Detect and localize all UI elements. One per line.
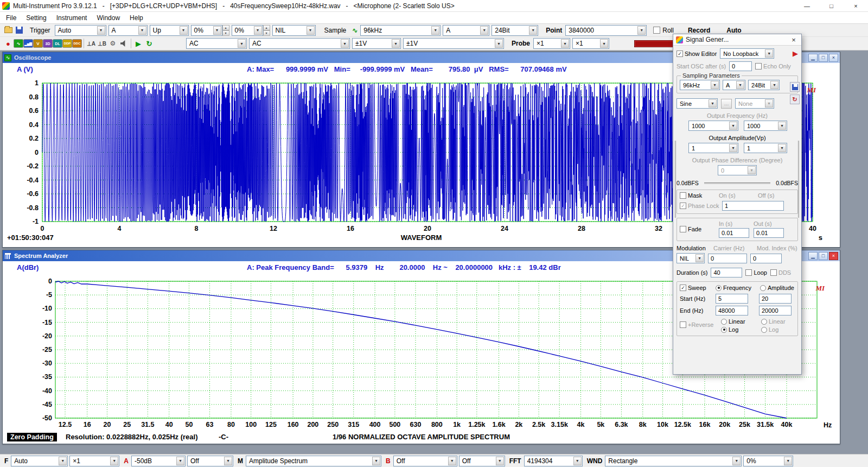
b-extra-select[interactable]: Off▾ <box>459 456 505 466</box>
loopback-select[interactable]: No Loopback▾ <box>720 48 774 59</box>
dbfs-slider[interactable] <box>704 182 770 184</box>
menu-file[interactable]: File <box>1 13 21 23</box>
multimeter-icon[interactable]: V <box>33 39 43 48</box>
frequency-slider-right[interactable] <box>798 141 800 218</box>
show-editor-checkbox[interactable]: ✓Show Editor <box>676 51 717 57</box>
mod-index-input[interactable]: 0 <box>750 254 782 263</box>
sweep-start-b-input[interactable]: 20 <box>759 294 792 304</box>
gen-sample-rate-select[interactable]: 96kHz▾ <box>680 80 720 90</box>
loop-checkbox[interactable]: Loop <box>745 269 767 276</box>
modulation-type-select[interactable]: NIL▾ <box>676 253 705 263</box>
sweep-linear-radio[interactable]: Linear <box>721 318 761 325</box>
fade-checkbox[interactable]: Fade <box>680 226 714 232</box>
speaker-icon[interactable] <box>118 39 129 49</box>
sample-bits-select[interactable]: 24Bit▾ <box>492 25 538 36</box>
loopback-icon[interactable]: ↻ <box>144 39 155 49</box>
mask-checkbox[interactable]: Mask <box>680 192 719 199</box>
panel-restore-icon[interactable]: □ <box>819 252 828 260</box>
dds-checkbox[interactable]: DDS <box>770 269 791 276</box>
sweep-log-radio[interactable]: Log <box>721 326 761 333</box>
menu-window[interactable]: Window <box>92 13 125 23</box>
menu-instrument[interactable]: Instrument <box>52 13 92 23</box>
panel-restore-icon[interactable]: □ <box>819 54 828 62</box>
run-generator-button[interactable]: ▶ <box>793 49 798 58</box>
reverse-checkbox[interactable]: +Reverse <box>680 321 721 328</box>
spin-up-icon[interactable]: ▴ <box>222 25 229 30</box>
spin-down-icon[interactable]: ▾ <box>263 30 270 36</box>
measurement-mode-select[interactable]: Amplitude Spectrum▾ <box>246 456 381 466</box>
phase-difference-select[interactable]: 0▾ <box>718 165 757 175</box>
point-count-select[interactable]: 3840000▾ <box>565 25 647 36</box>
trigger-delay-select[interactable]: 0%▾ <box>232 25 263 36</box>
sample-rate-select[interactable]: 96kHz▾ <box>360 25 441 36</box>
close-icon[interactable]: × <box>844 0 868 11</box>
run-icon[interactable]: ▶ <box>133 39 144 49</box>
fade-in-input[interactable]: 0.01 <box>719 228 749 238</box>
mask-waveform-select[interactable]: None▾ <box>735 98 774 109</box>
save-signal-icon[interactable] <box>790 82 800 92</box>
amplitude-linear-radio[interactable]: Linear <box>761 318 786 325</box>
trigger-source-select[interactable]: A▾ <box>108 25 148 36</box>
spin-up-icon[interactable]: ▴ <box>263 25 270 30</box>
amplitude-b-select[interactable]: 1▾ <box>744 143 787 153</box>
roll-checkbox[interactable]: Roll <box>653 27 674 34</box>
sweep-end-b-input[interactable]: 20000 <box>759 306 792 315</box>
amplitude-a-select[interactable]: 1▾ <box>688 143 738 153</box>
spectrum-3d-plot-icon[interactable]: 3D <box>43 39 53 48</box>
waveform-type-select[interactable]: Sine▾ <box>676 98 718 109</box>
probe-b-select[interactable]: ×1▾ <box>572 38 609 49</box>
derived-ddp-icon[interactable]: DDC <box>72 39 82 48</box>
menu-help[interactable]: Help <box>125 13 148 23</box>
panel-close-icon[interactable]: × <box>829 252 838 260</box>
record-icon[interactable]: ● <box>3 39 14 49</box>
frequency-axis-select[interactable]: Auto▾ <box>11 456 68 466</box>
ddp-viewer-icon[interactable]: DDP <box>62 39 72 48</box>
overlap-select[interactable]: 0%▾ <box>743 456 793 466</box>
range-a-select[interactable]: ±1V▾ <box>352 38 401 49</box>
auto-scale-button[interactable]: Auto <box>726 27 741 34</box>
x-multiplier-select[interactable]: ×1▾ <box>69 456 119 466</box>
calibration-b-icon[interactable]: ⊥B <box>97 39 107 49</box>
coupling-a-select[interactable]: AC▾ <box>186 38 247 49</box>
oscilloscope-icon[interactable]: ∿ <box>14 39 23 48</box>
dialog-titlebar[interactable]: Signal Gener... × <box>673 34 801 46</box>
start-osc-input[interactable]: 0 <box>729 61 752 71</box>
trigger-delay-stepper[interactable]: ▴▾ <box>263 25 270 36</box>
panel-minimize-icon[interactable]: ▁ <box>808 252 818 260</box>
gen-channel-select[interactable]: A▾ <box>723 80 745 90</box>
waveform-editor-button[interactable]: ... <box>721 99 732 109</box>
b-range-select[interactable]: Off▾ <box>393 456 457 466</box>
frequency-b-select[interactable]: 1000▾ <box>744 121 787 131</box>
probe-a-select[interactable]: ×1▾ <box>533 38 570 49</box>
sweep-frequency-radio[interactable]: Frequency <box>716 285 760 291</box>
panel-close-icon[interactable]: × <box>829 54 838 62</box>
settings-wrench-icon[interactable]: ⚙ <box>107 39 118 49</box>
minimize-icon[interactable]: — <box>795 0 819 11</box>
fft-size-select[interactable]: 4194304▾ <box>524 456 583 466</box>
coupling-b-select[interactable]: AC▾ <box>249 38 350 49</box>
menu-setting[interactable]: Setting <box>21 13 51 23</box>
carrier-input[interactable]: 0 <box>708 254 747 263</box>
spin-down-icon[interactable]: ▾ <box>222 30 229 36</box>
frequency-a-select[interactable]: 1000▾ <box>688 121 738 131</box>
trigger-coupling-select[interactable]: NIL▾ <box>272 25 316 36</box>
phase-lock-input[interactable]: 1 <box>722 201 784 211</box>
record-button[interactable]: Record <box>688 27 710 34</box>
a-range-select[interactable]: -50dB▾ <box>131 456 186 466</box>
echo-only-checkbox[interactable]: Echo Only <box>755 63 791 70</box>
maximize-icon[interactable]: □ <box>819 0 844 11</box>
amplitude-log-radio[interactable]: Log <box>761 326 786 333</box>
fade-out-input[interactable]: 0.01 <box>754 228 784 238</box>
a-extra-select[interactable]: Off▾ <box>187 456 233 466</box>
phase-lock-checkbox[interactable]: ✓Phase Lock <box>680 203 722 209</box>
trigger-level-select[interactable]: 0%▾ <box>191 25 222 36</box>
open-file-icon[interactable] <box>3 25 14 35</box>
sweep-amplitude-radio[interactable]: Amplitude <box>760 285 794 291</box>
panel-minimize-icon[interactable]: ▁ <box>808 54 818 62</box>
dialog-close-icon[interactable]: × <box>789 36 799 44</box>
trigger-edge-select[interactable]: Up▾ <box>150 25 189 36</box>
duration-input[interactable]: 40 <box>711 268 742 277</box>
data-logger-icon[interactable]: DL <box>53 39 62 48</box>
sweep-checkbox[interactable]: ✓Sweep <box>680 285 716 291</box>
gen-bits-select[interactable]: 24Bit▾ <box>748 80 780 90</box>
